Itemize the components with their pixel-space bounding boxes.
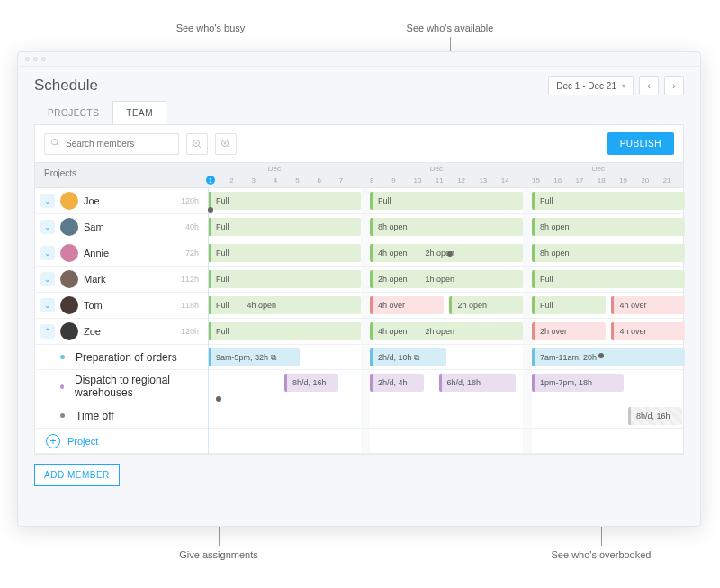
row-timeline: 9am-5pm, 32h ⧉2h/d, 10h ⧉7am-11am, 20h [208, 345, 683, 370]
schedule-bar[interactable]: 2h/d, 4h [370, 374, 424, 392]
day-number: 10 [414, 176, 422, 185]
day-number: 20 [641, 176, 649, 185]
callout-busy: See who's busy [157, 23, 265, 33]
schedule-bar[interactable]: Full [532, 270, 685, 288]
row-timeline: Full8h open8h open [208, 214, 683, 240]
prev-button[interactable]: ‹ [639, 76, 659, 95]
zoom-in-button[interactable] [215, 133, 237, 155]
row-timeline: Full4h open2h open2h over4h over [208, 319, 683, 345]
app-window: Schedule Dec 1 - Dec 21 ▾ ‹ › PROJECTS T… [17, 51, 701, 527]
schedule-bar[interactable]: 8h/d, 16h [284, 374, 338, 392]
expand-toggle[interactable]: ⌄ [40, 298, 55, 312]
row-left: ⌃ Zoe 120h [35, 319, 208, 345]
search-icon [50, 138, 60, 150]
schedule-bar[interactable]: 6h/d, 18h [439, 374, 516, 392]
month-label: Dec [268, 165, 281, 173]
row-left: ⌄ Sam 40h [35, 214, 208, 240]
schedule-bar[interactable]: 7am-11am, 20h [532, 348, 685, 366]
search-input[interactable] [66, 139, 173, 149]
member-name: Sam [84, 222, 104, 232]
expand-toggle[interactable]: ⌄ [40, 220, 55, 234]
member-hours: 120h [181, 327, 199, 336]
timeline-header: 1234Dec567891011Dec12131415161718Dec1920… [208, 163, 683, 188]
window-titlebar [18, 52, 700, 67]
callout-available: See who's available [387, 23, 513, 33]
schedule-bar[interactable]: Full [532, 192, 685, 210]
member-hours: 118h [181, 301, 199, 310]
schedule-bar[interactable]: 2h/d, 10h ⧉ [370, 348, 446, 366]
publish-button[interactable]: PUBLISH [608, 132, 674, 155]
member-name: Zoe [84, 326, 101, 337]
row-timeline: Full4h open4h over2h openFull4h over [208, 293, 683, 319]
schedule-bar[interactable]: 2h open [449, 296, 523, 314]
schedule-bar[interactable]: 8h open [370, 218, 523, 236]
day-number: 15 [532, 176, 540, 185]
schedule-bar[interactable]: Full [208, 270, 361, 288]
svg-line-3 [199, 145, 202, 148]
day-number: 18 [598, 176, 606, 185]
today-marker: 1 [206, 176, 215, 185]
next-button[interactable]: › [664, 76, 684, 95]
svg-line-1 [57, 143, 58, 145]
avatar [60, 244, 78, 262]
schedule-bar[interactable]: 8h/d, 16h [628, 407, 682, 425]
member-hours: 112h [181, 275, 199, 284]
row-left: ⌄ Mark 112h [35, 267, 208, 293]
schedule-bar[interactable]: 4h over [611, 322, 685, 340]
day-number: 6 [317, 176, 320, 185]
svg-point-0 [51, 139, 57, 144]
day-number: 2 [230, 176, 233, 185]
schedule-bar[interactable]: 8h open [532, 244, 685, 262]
schedule-bar[interactable]: 4h over [370, 296, 444, 314]
zoom-out-button[interactable] [186, 133, 208, 155]
row-timeline [208, 429, 683, 454]
tab-team[interactable]: TEAM [112, 101, 166, 124]
day-number: 19 [619, 176, 627, 185]
schedule-bar[interactable]: 2h open1h open [370, 270, 523, 288]
schedule-bar[interactable]: Full [208, 192, 361, 210]
avatar [60, 270, 78, 288]
row-timeline: Full4h open2h open8h open [208, 240, 683, 267]
page-title: Schedule [34, 77, 98, 95]
schedule-bar[interactable]: Full [208, 244, 361, 262]
row-left: +Project [35, 429, 208, 454]
schedule-bar[interactable]: Full4h open [208, 296, 361, 314]
expand-toggle[interactable]: ⌄ [40, 246, 55, 260]
search-input-wrap[interactable] [44, 133, 179, 155]
date-range-picker[interactable]: Dec 1 - Dec 21 ▾ [548, 76, 634, 95]
schedule-bar[interactable]: 2h over [532, 322, 606, 340]
day-number: 9 [392, 176, 395, 185]
schedule-bar[interactable]: Full [208, 218, 361, 236]
callout-marker [447, 251, 453, 257]
expand-toggle[interactable]: ⌄ [40, 272, 55, 286]
avatar [60, 296, 78, 314]
day-number: 8 [370, 176, 374, 185]
svg-line-6 [228, 145, 230, 148]
schedule-bar[interactable]: 8h open [532, 218, 685, 236]
member-name: Joe [84, 195, 100, 206]
add-member-button[interactable]: ADD MEMBER [34, 464, 120, 486]
schedule-bar[interactable]: 9am-5pm, 32h ⧉ [208, 348, 300, 366]
schedule-bar[interactable]: 4h over [611, 296, 685, 314]
row-left: ⌄ Joe 120h [35, 188, 208, 214]
tab-projects[interactable]: PROJECTS [34, 101, 112, 124]
avatar [60, 218, 78, 236]
add-project-button[interactable]: +Project [40, 434, 98, 448]
callout-marker [216, 396, 221, 402]
member-name: Mark [84, 274, 105, 285]
projects-column-header: Projects [35, 163, 208, 188]
row-left: Preparation of orders [35, 345, 208, 370]
schedule-bar[interactable]: 4h open2h open [370, 244, 523, 262]
day-number: 14 [501, 176, 509, 185]
month-label: Dec [430, 165, 443, 173]
expand-toggle[interactable]: ⌄ [40, 194, 55, 208]
schedule-bar[interactable]: Full [208, 322, 361, 340]
expand-toggle[interactable]: ⌃ [40, 324, 55, 339]
schedule-bar[interactable]: Full [370, 192, 523, 210]
callout-assignments: Give assignments [160, 549, 277, 560]
schedule-bar[interactable]: 1pm-7pm, 18h [532, 374, 624, 392]
day-number: 4 [274, 176, 277, 185]
schedule-bar[interactable]: Full [532, 296, 606, 314]
schedule-bar[interactable]: 4h open2h open [370, 322, 523, 340]
day-number: 3 [252, 176, 256, 185]
